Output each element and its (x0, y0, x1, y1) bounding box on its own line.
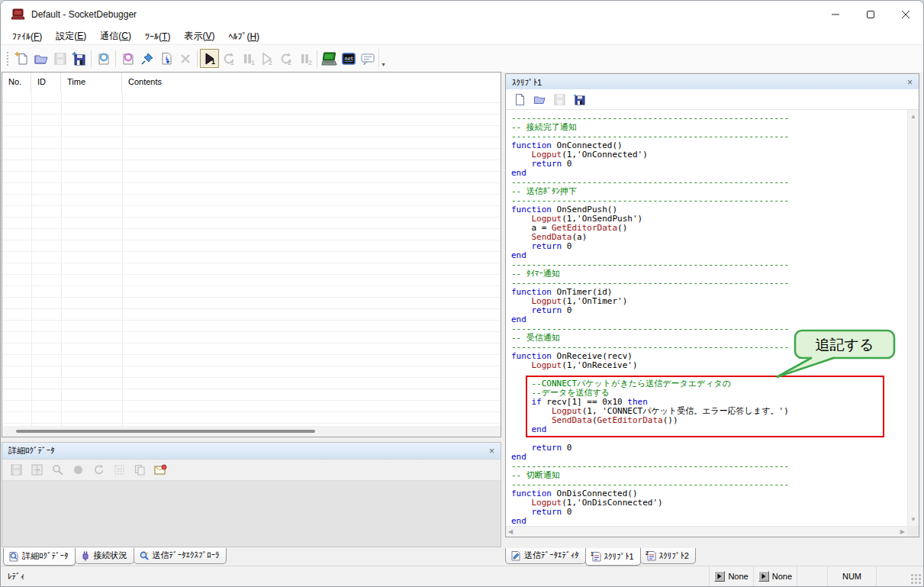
channel-2-state-text: None (772, 572, 792, 581)
tab-send-data-explorer[interactable]: 送信ﾃﾞｰﾀｴｸｽﾌﾟﾛｰﾗ (134, 548, 227, 564)
communication-log-table[interactable]: No. ID Time Contents (2, 72, 501, 437)
resize-grip[interactable] (910, 572, 922, 585)
status-empty-segment (876, 566, 910, 586)
detail-log-body (2, 481, 501, 547)
minimize-button[interactable] (818, 1, 853, 28)
close-button[interactable] (888, 1, 923, 28)
scroll-up-icon[interactable]: ▲ (908, 113, 919, 120)
script-toolbar (506, 89, 919, 110)
tab-label: 送信ﾃﾞｰﾀｴｸｽﾌﾟﾛｰﾗ (153, 550, 220, 561)
column-divider (31, 92, 32, 426)
explorer-icon (139, 550, 150, 561)
send-mail-button[interactable] (153, 463, 168, 478)
menu-communication[interactable]: 通信(C) (93, 27, 138, 45)
script-panel: ｽｸﾘﾌﾟﾄ1 × ------------------------------… (505, 73, 919, 537)
close-icon[interactable]: × (907, 77, 913, 88)
copy-icon (134, 463, 146, 476)
main-toolbar: i 1 1 1 2 2 2 net (1, 45, 923, 72)
scroll-left-icon[interactable]: ◀ (508, 528, 513, 535)
num-lock-text: NUM (842, 572, 861, 581)
status-empty-segment (797, 566, 827, 586)
net-setting-button[interactable]: net (339, 49, 358, 68)
tab-label: 送信ﾃﾞｰﾀｴﾃﾞｨﾀ (524, 550, 579, 561)
column-header-id[interactable]: ID (31, 73, 61, 92)
open-file-button[interactable] (31, 49, 50, 68)
channel-1-state-icon (714, 571, 725, 582)
menu-tools[interactable]: ﾂｰﾙ(T) (138, 29, 177, 44)
detail-log-title: 詳細ﾛｸﾞﾃﾞｰﾀ (8, 445, 55, 456)
menu-settings[interactable]: 設定(E) (49, 27, 93, 45)
stop-1-button: 1 (238, 49, 257, 68)
svg-text:2: 2 (646, 550, 649, 556)
split-view-button (29, 463, 44, 478)
magnifier-icon (51, 463, 64, 476)
scroll-down-icon[interactable]: ▼ (908, 516, 919, 523)
svg-text:1: 1 (211, 58, 215, 66)
status-ready-text: ﾚﾃﾞｨ (1, 572, 24, 581)
log-table-hscrollbar[interactable] (2, 426, 501, 437)
tab-script-2[interactable]: 2 ｽｸﾘﾌﾟﾄ2 (640, 548, 696, 564)
script-hscrollbar[interactable]: ◀ ▶ (506, 526, 907, 537)
find-button (50, 463, 65, 478)
detail-log-panel: 詳細ﾛｸﾞﾃﾞｰﾀ × (2, 442, 501, 547)
tab-script-1[interactable]: 1 ｽｸﾘﾌﾟﾄ1 (585, 548, 641, 566)
save-as-file-button[interactable] (69, 49, 89, 68)
maximize-button[interactable] (853, 1, 888, 28)
code-lines: ----------------------------------------… (511, 114, 789, 526)
column-header-no[interactable]: No. (2, 73, 31, 92)
scrollbar-thumb[interactable] (16, 430, 315, 433)
script-new-button[interactable] (512, 92, 527, 107)
status-bar: ﾚﾃﾞｨ None None NUM (1, 566, 923, 586)
tab-detail-log[interactable]: 詳細ﾛｸﾞﾃﾞｰﾀ (3, 548, 76, 566)
script-save-as-button[interactable] (571, 92, 587, 107)
log-view-blue-button[interactable] (94, 49, 113, 68)
new-file-button[interactable] (12, 49, 31, 68)
log-view-pink-button[interactable] (118, 49, 137, 68)
detail-log-toolbar (2, 460, 501, 481)
channel-1-state-text: None (728, 572, 748, 581)
comment-button[interactable] (358, 49, 377, 68)
select-range-button (111, 463, 127, 478)
toolbar-overflow-button[interactable]: ▾ (378, 48, 388, 69)
comment-icon (360, 51, 375, 66)
code-line: return 0 (511, 443, 789, 453)
menu-help[interactable]: ﾍﾙﾌﾟ(H) (221, 29, 266, 44)
toolbar-grip[interactable] (5, 50, 10, 67)
restart-2-button: 2 (276, 49, 295, 68)
append-callout-text: 追記する (816, 337, 874, 353)
close-icon[interactable]: × (489, 446, 494, 456)
code-line: return 0 (511, 160, 789, 169)
menu-view[interactable]: 表示(V) (177, 27, 221, 45)
pin-button[interactable] (137, 49, 156, 68)
code-line: return 0 (511, 306, 789, 315)
connect-button[interactable] (320, 49, 339, 68)
save-file-icon (53, 51, 68, 66)
status-channel-1: None (709, 566, 752, 586)
save-script-icon (553, 93, 566, 106)
start-2-button: 2 (257, 49, 276, 68)
svg-text:1: 1 (230, 59, 234, 66)
save-as-script-icon (573, 93, 586, 106)
stop-2-icon: 2 (298, 51, 313, 66)
open-file-icon (34, 51, 49, 66)
stop-circle-icon (72, 463, 85, 476)
chevron-down-icon: ▾ (382, 61, 385, 68)
start-1-button[interactable]: 1 (200, 49, 219, 68)
editor-icon (510, 550, 521, 561)
column-header-contents[interactable]: Contents (122, 73, 501, 92)
detail-log-header: 詳細ﾛｸﾞﾃﾞｰﾀ × (2, 443, 501, 460)
svg-text:1: 1 (251, 59, 255, 66)
script-info-button[interactable]: i (156, 49, 175, 68)
menu-file[interactable]: ﾌｧｲﾙ(F) (5, 29, 49, 44)
script-open-button[interactable] (532, 92, 547, 107)
column-header-time[interactable]: Time (61, 73, 122, 92)
tab-connection-status[interactable]: 接続状況 (75, 548, 134, 564)
scroll-right-icon[interactable]: ▶ (900, 528, 905, 535)
svg-text:2: 2 (269, 59, 272, 66)
script-vscrollbar[interactable]: ▲ ▼ (907, 110, 919, 526)
tab-send-data-editor[interactable]: 送信ﾃﾞｰﾀｴﾃﾞｨﾀ (505, 548, 586, 564)
script-editor[interactable]: ----------------------------------------… (506, 110, 907, 526)
plug-icon (80, 550, 91, 561)
restart-2-icon: 2 (278, 51, 294, 66)
script-panel-title: ｽｸﾘﾌﾟﾄ1 (512, 78, 542, 87)
